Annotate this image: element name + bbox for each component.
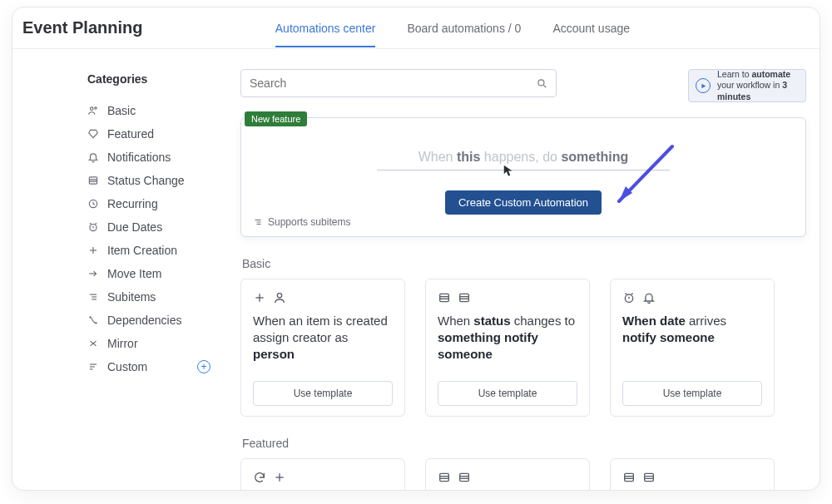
- svg-point-16: [90, 317, 91, 318]
- content: Categories Basic Featured Notifications …: [12, 49, 820, 490]
- svg-rect-51: [625, 473, 634, 481]
- card-description: When date arrives notify someone: [622, 313, 762, 346]
- main-panel: Learn to automate your workflow in 3 min…: [229, 49, 820, 490]
- top-bar: Event Planning Automations center Board …: [12, 7, 820, 49]
- sidebar-item-label: Move Item: [107, 267, 161, 280]
- tab-board-automations[interactable]: Board automations / 0: [407, 9, 521, 47]
- tab-account-usage[interactable]: Account usage: [552, 9, 630, 47]
- sidebar-item-status-change[interactable]: Status Change: [84, 169, 219, 192]
- sidebar-item-move-item[interactable]: Move Item: [84, 262, 219, 285]
- sidebar: Categories Basic Featured Notifications …: [12, 49, 229, 490]
- sidebar-item-label: Due Dates: [107, 220, 162, 234]
- new-feature-badge: New feature: [245, 111, 307, 126]
- sidebar-item-mirror[interactable]: Mirror: [84, 332, 219, 355]
- sidebar-item-featured[interactable]: Featured: [84, 122, 219, 146]
- create-custom-automation-button[interactable]: Create Custom Automation: [445, 190, 602, 215]
- bell-icon: [87, 151, 99, 163]
- card-icons: [253, 291, 393, 304]
- bell-icon: [642, 291, 656, 304]
- sidebar-item-label: Recurring: [107, 197, 158, 210]
- template-card: When an item is created assign creator a…: [240, 279, 405, 417]
- use-template-button[interactable]: Use template: [438, 381, 577, 406]
- use-template-button[interactable]: Use template: [622, 381, 762, 406]
- sidebar-item-label: Custom: [107, 360, 147, 373]
- list-icon: [622, 471, 636, 484]
- add-custom-button[interactable]: +: [197, 360, 210, 373]
- learn-text: Learn to automate your workflow in 3 min…: [717, 69, 799, 101]
- template-card: When date arrives notify someone Use tem…: [610, 279, 775, 417]
- card-icons: [622, 291, 762, 304]
- list-icon: [438, 471, 451, 484]
- svg-line-41: [625, 294, 626, 294]
- sidebar-item-label: Status Change: [107, 174, 185, 187]
- template-card: [425, 458, 590, 490]
- sidebar-item-label: Notifications: [107, 151, 171, 164]
- search-input[interactable]: [250, 77, 536, 90]
- plus-icon: [273, 471, 286, 484]
- sidebar-item-dependencies[interactable]: Dependencies: [84, 309, 219, 332]
- sidebar-item-label: Basic: [107, 104, 136, 117]
- sidebar-item-label: Dependencies: [107, 314, 182, 327]
- sidebar-item-label: Subitems: [107, 290, 156, 304]
- svg-rect-45: [440, 473, 449, 481]
- svg-line-42: [631, 294, 633, 294]
- list-icon: [642, 471, 656, 484]
- template-card: [240, 458, 405, 490]
- hero-underline: [377, 170, 670, 170]
- svg-marker-29: [619, 186, 632, 201]
- sidebar-item-label: Featured: [107, 127, 154, 141]
- subitems-icon: [87, 291, 99, 303]
- mirror-icon: [87, 338, 99, 349]
- sidebar-item-recurring[interactable]: Recurring: [84, 192, 219, 215]
- svg-rect-36: [460, 294, 469, 301]
- supports-subitems-note: Supports subitems: [253, 216, 350, 228]
- mouse-cursor-icon: [503, 165, 513, 177]
- svg-rect-33: [440, 294, 449, 301]
- card-description: When an item is created assign creator a…: [253, 313, 393, 362]
- svg-point-21: [538, 80, 544, 86]
- diamond-icon: [87, 128, 99, 140]
- sidebar-item-basic[interactable]: Basic: [84, 99, 219, 122]
- alarm-icon: [622, 291, 636, 304]
- person-icon: [87, 105, 99, 116]
- use-template-button[interactable]: Use template: [253, 381, 393, 406]
- list-icon: [87, 175, 99, 186]
- arrow-right-icon: [87, 268, 99, 279]
- tab-automations-center[interactable]: Automations center: [275, 9, 376, 47]
- learn-banner[interactable]: Learn to automate your workflow in 3 min…: [688, 69, 806, 102]
- app-window: Event Planning Automations center Board …: [12, 7, 820, 491]
- sidebar-item-subitems[interactable]: Subitems: [84, 285, 219, 309]
- card-icons: [438, 291, 577, 304]
- svg-rect-48: [460, 473, 469, 481]
- basic-cards: When an item is created assign creator a…: [240, 279, 806, 417]
- sidebar-heading: Categories: [84, 72, 219, 86]
- sidebar-item-notifications[interactable]: Notifications: [84, 146, 219, 169]
- sidebar-item-custom[interactable]: Custom +: [84, 355, 219, 378]
- svg-point-17: [96, 323, 97, 324]
- tab-bar: Automations center Board automations / 0…: [275, 9, 630, 47]
- svg-rect-54: [645, 473, 654, 481]
- plus-icon: [253, 291, 266, 304]
- alarm-icon: [87, 221, 99, 233]
- play-icon: [696, 78, 711, 93]
- template-card: When status changes to something notify …: [425, 279, 590, 417]
- search-input-wrapper[interactable]: [240, 69, 557, 97]
- refresh-icon: [253, 471, 266, 484]
- sidebar-item-item-creation[interactable]: Item Creation: [84, 239, 219, 262]
- svg-marker-23: [701, 83, 706, 88]
- section-heading-basic: Basic: [242, 257, 806, 270]
- search-icon: [536, 77, 547, 89]
- page-title: Event Planning: [22, 18, 142, 37]
- subitems-icon: [253, 217, 263, 227]
- list-icon: [458, 471, 471, 484]
- svg-point-0: [91, 107, 94, 111]
- recur-icon: [87, 198, 99, 210]
- card-description: When status changes to something notify …: [438, 313, 577, 362]
- sidebar-item-label: Mirror: [107, 337, 138, 350]
- svg-line-22: [543, 85, 546, 87]
- svg-line-9: [95, 223, 97, 224]
- list-icon: [458, 291, 471, 304]
- plus-icon: [87, 245, 99, 256]
- svg-point-32: [277, 294, 281, 298]
- sidebar-item-due-dates[interactable]: Due Dates: [84, 215, 219, 239]
